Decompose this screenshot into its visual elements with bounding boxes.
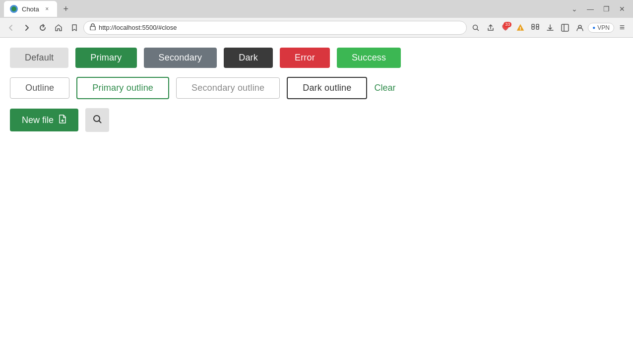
search-icon-button[interactable] — [85, 108, 109, 132]
dark-outline-button[interactable]: Dark outline — [287, 77, 367, 99]
close-button[interactable]: ✕ — [615, 2, 629, 16]
vpn-button[interactable]: ● VPN — [588, 23, 614, 33]
menu-button[interactable]: ≡ — [615, 21, 629, 35]
dark-button[interactable]: Dark — [224, 48, 273, 68]
outline-buttons-row: Outline Primary outline Secondary outlin… — [10, 77, 623, 99]
heart-badge: 33 — [504, 22, 511, 27]
icon-buttons-row: New file — [10, 108, 623, 132]
vpn-label: VPN — [597, 24, 610, 31]
tab-bar: Chota × + ⌄ — ❐ ✕ — [0, 0, 633, 18]
svg-rect-5 — [532, 24, 534, 27]
download-button[interactable] — [543, 21, 557, 35]
window-controls: ⌄ — ❐ ✕ — [568, 2, 629, 16]
secondary-button[interactable]: Secondary — [144, 48, 217, 68]
secondary-outline-button[interactable]: Secondary outline — [176, 77, 280, 99]
svg-rect-1 — [90, 26, 95, 30]
tab-favicon — [10, 5, 18, 13]
filled-buttons-row: Default Primary Secondary Dark Error Suc… — [10, 48, 623, 68]
heart-button[interactable]: 33 — [499, 21, 512, 35]
share-button[interactable] — [484, 21, 498, 35]
tab-close-button[interactable]: × — [43, 5, 51, 13]
extensions-button[interactable] — [528, 21, 542, 35]
active-tab[interactable]: Chota × — [4, 1, 57, 17]
maximize-button[interactable]: ❐ — [599, 2, 613, 16]
file-icon — [59, 115, 66, 125]
new-tab-button[interactable]: + — [59, 2, 73, 16]
new-file-label: New file — [22, 115, 54, 125]
forward-button[interactable] — [20, 21, 34, 35]
dropdown-button[interactable]: ⌄ — [568, 2, 581, 16]
new-file-button[interactable]: New file — [10, 109, 78, 131]
sidebar-toggle-button[interactable] — [558, 21, 572, 35]
primary-outline-button[interactable]: Primary outline — [76, 77, 169, 99]
error-button[interactable]: Error — [280, 48, 330, 68]
primary-button[interactable]: Primary — [75, 48, 136, 68]
home-button[interactable] — [52, 21, 65, 35]
svg-point-0 — [11, 6, 16, 11]
default-button[interactable]: Default — [10, 48, 68, 68]
minimize-button[interactable]: — — [583, 2, 597, 16]
tab-title: Chota — [22, 5, 39, 13]
clear-button[interactable]: Clear — [374, 83, 395, 93]
svg-rect-7 — [562, 24, 569, 31]
alert-button[interactable] — [513, 21, 527, 35]
nav-bar: http://localhost:5500/#close 33 — [0, 18, 633, 38]
back-button[interactable] — [4, 21, 18, 35]
search-icon — [92, 114, 102, 126]
profile-button[interactable] — [573, 21, 587, 35]
outline-button[interactable]: Outline — [10, 77, 69, 99]
nav-actions: 33 ● VPN ≡ — [469, 21, 629, 35]
success-button[interactable]: Success — [337, 48, 401, 68]
address-bar[interactable]: http://localhost:5500/#close — [83, 21, 467, 35]
lock-icon — [90, 23, 96, 32]
page-content: Default Primary Secondary Dark Error Suc… — [0, 38, 633, 364]
svg-rect-6 — [536, 24, 539, 27]
bookmark-button[interactable] — [67, 21, 81, 35]
search-button[interactable] — [469, 21, 483, 35]
url-text: http://localhost:5500/#close — [99, 24, 177, 31]
reload-button[interactable] — [36, 21, 50, 35]
